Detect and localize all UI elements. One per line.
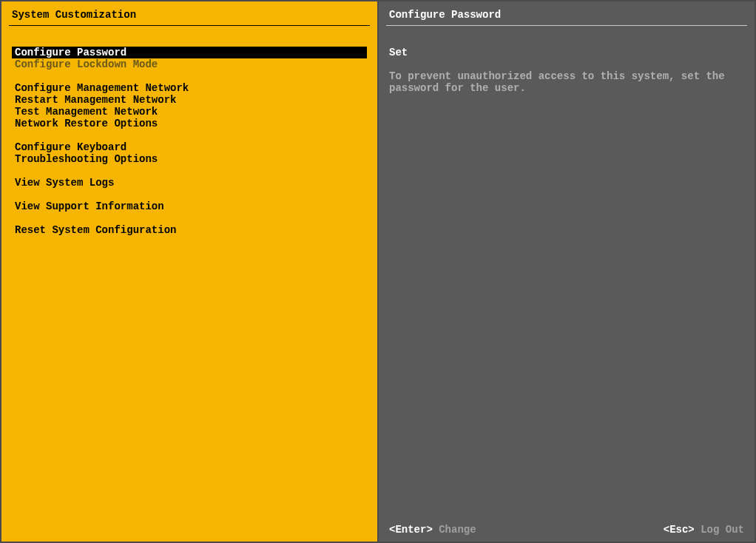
menu-item-troubleshooting-options[interactable]: Troubleshooting Options (12, 153, 367, 165)
menu-item-view-system-logs[interactable]: View System Logs (12, 177, 367, 189)
footer-esc: <Esc> Log Out (664, 524, 744, 536)
menu-item-configure-keyboard[interactable]: Configure Keyboard (12, 141, 367, 153)
menu-item-network-restore-options[interactable]: Network Restore Options (12, 118, 367, 129)
menu-group: Configure Management NetworkRestart Mana… (12, 82, 367, 129)
menu-item-test-management-network[interactable]: Test Management Network (12, 106, 367, 118)
menu-item-reset-system-configuration[interactable]: Reset System Configuration (12, 224, 367, 236)
menu-group: Configure PasswordConfigure Lockdown Mod… (12, 47, 367, 70)
menu-body: Configure PasswordConfigure Lockdown Mod… (1, 26, 377, 248)
enter-key-label: <Enter> (389, 524, 433, 536)
menu-item-restart-management-network[interactable]: Restart Management Network (12, 94, 367, 106)
left-title: System Customization (1, 1, 377, 25)
status-text: Set (389, 47, 744, 58)
menu-item-configure-lockdown-mode: Configure Lockdown Mode (12, 58, 367, 70)
description-text: To prevent unauthorized access to this s… (389, 70, 744, 94)
detail-body: Set To prevent unauthorized access to th… (379, 26, 755, 519)
menu-item-view-support-information[interactable]: View Support Information (12, 200, 367, 212)
footer-bar: <Enter> Change <Esc> Log Out (379, 519, 755, 542)
menu-group: Configure KeyboardTroubleshooting Option… (12, 141, 367, 165)
dcui-window: System Customization Configure PasswordC… (0, 0, 756, 543)
menu-item-configure-management-network[interactable]: Configure Management Network (12, 82, 367, 94)
right-title: Configure Password (379, 1, 755, 25)
menu-group: View System Logs (12, 177, 367, 189)
left-panel: System Customization Configure PasswordC… (1, 1, 379, 542)
footer-enter: <Enter> Change (389, 524, 476, 536)
menu-group: Reset System Configuration (12, 224, 367, 236)
esc-key-label: <Esc> (664, 524, 695, 536)
esc-action-label: Log Out (701, 524, 744, 536)
enter-action-label: Change (439, 524, 476, 536)
menu-item-configure-password[interactable]: Configure Password (12, 47, 367, 58)
right-panel: Configure Password Set To prevent unauth… (379, 1, 755, 542)
menu-group: View Support Information (12, 200, 367, 212)
